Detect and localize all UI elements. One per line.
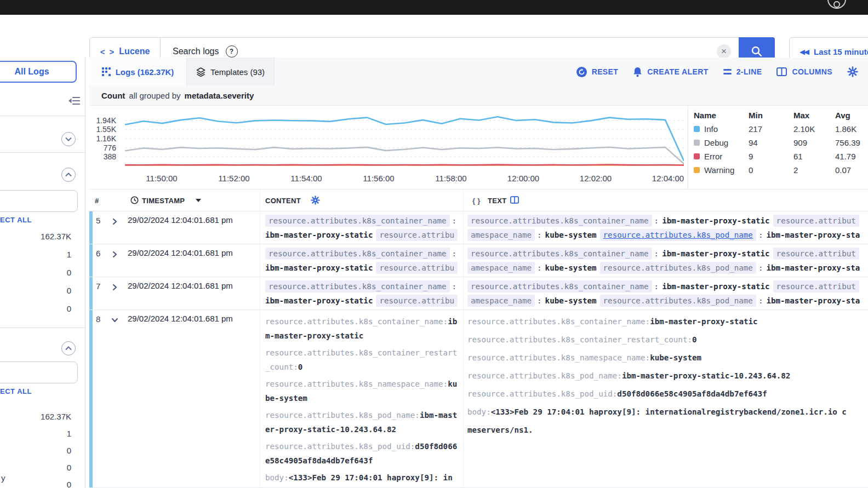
text-cell: resource.attributes.k8s_container_name:i… [467,280,868,308]
chart-y-axis: 1.94K1.55K1.16K776388 [91,110,121,170]
select-all-link[interactable]: ECT ALL [0,387,32,395]
columns-button[interactable]: COLUMNS [776,67,832,76]
field-value: ibm-master-proxy-static [662,216,769,225]
field-chip[interactable]: resource.attributes.k8s_pod_name [600,295,756,307]
create-alert-button[interactable]: CREATE ALERT [633,67,708,77]
kv-line: meservers/ns1. [467,423,868,438]
field-chip[interactable]: resource.attribu [376,295,458,307]
kv-line: resource.attributes.k8s_container_name:i… [265,314,460,343]
chart-legend: NameMinMaxAvgInfo2172.10K1.86KDebug94909… [694,108,868,177]
field-chip[interactable]: resource.attribu [376,229,458,241]
clear-search-button[interactable]: × [717,44,731,59]
section-expand-button[interactable] [61,132,76,146]
expand-row-chevron-icon[interactable] [111,217,118,227]
field-chip[interactable]: resource.attributes.k8s_pod_name [600,262,756,274]
sidebar-collapse-icon[interactable] [68,96,80,108]
section-collapse-button[interactable] [61,341,76,355]
field-chip[interactable]: resource.attributes.k8s_container_name [467,248,652,260]
collapse-row-chevron-icon[interactable] [111,316,118,326]
separator: : [654,216,659,225]
x-tick-label: 11:54:00 [279,174,334,183]
tab-templates[interactable]: Templates (93) [187,58,275,86]
help-icon[interactable]: ? [226,45,238,58]
kv-line: resource.attributes.k8s_container_name:i… [467,314,868,329]
legend-row[interactable]: Debug94909756.39 [694,136,868,150]
facet-count: 162.37K [0,408,71,425]
time-range-label: Last 15 minutes [814,47,868,56]
field-chip[interactable]: resource.attributes.k8s_container_name [467,280,652,292]
sort-desc-icon[interactable] [196,199,201,202]
field-chip[interactable]: resource.attributes.k8s_container_name [265,215,450,227]
field-chip[interactable]: resource.attribut [773,248,859,260]
field-chip[interactable]: resource.attribut [773,280,859,292]
facet-count: 0 [0,442,71,459]
field-chip-link[interactable]: resource.attributes.k8s_pod_name [600,229,756,241]
legend-value: 41.79 [835,152,868,161]
log-row[interactable]: 729/02/2024 12:04:01.681 pmresource.attr… [89,277,868,310]
field-chip[interactable]: amespace_name [467,262,535,274]
legend-swatch [694,167,700,173]
legend-row[interactable]: Error96141.79 [694,150,868,163]
legend-row[interactable]: Info2172.10K1.86K [694,122,868,136]
tab-logs-label: Logs (162.37K) [116,67,174,77]
facet-filter-input[interactable] [0,190,78,212]
select-all-link[interactable]: ECT ALL [0,216,32,224]
row-number: 8 [96,314,100,324]
kv-line: resource.attributes.k8s_container_restar… [265,346,460,374]
column-header-timestamp[interactable]: TIMESTAMP [142,197,185,205]
column-header-text[interactable]: TEXT [488,197,506,205]
text-cell: resource.attributes.k8s_container_name:i… [467,215,868,242]
all-logs-tab[interactable]: All Logs [0,61,77,83]
field-chip[interactable]: resource.attributes.k8s_container_name [265,248,450,260]
facet-count-list: 162.37K1000 [0,227,71,318]
reset-label: RESET [592,67,619,76]
sidebar-divider [85,58,85,488]
legend-value: 2.10K [793,124,835,134]
two-line-toggle[interactable]: 2-LINE [723,67,762,76]
field-chip[interactable]: resource.attribu [376,262,458,274]
field-chip[interactable]: amespace_name [467,229,535,241]
log-row[interactable]: 629/02/2024 12:04:01.681 pmresource.attr… [89,244,868,277]
facet-filter-input[interactable] [0,361,78,383]
field-chip[interactable]: amespace_name [467,295,535,307]
field-value: ibm-master-proxy-static [265,263,373,272]
separator: : [758,296,763,305]
all-logs-label: All Logs [14,67,49,77]
expand-row-chevron-icon[interactable] [111,250,118,260]
x-tick-label: 12:00:00 [496,174,551,183]
legend-value: 1.86K [835,124,868,134]
separator: : [452,282,457,291]
legend-row[interactable]: Warning020.07 [694,163,868,177]
gear-icon [847,66,858,77]
field-chip[interactable]: resource.attribut [773,215,859,227]
log-explorer-app: < > Lucene Search logs ? × ◀◀ Last 15 mi… [0,0,868,488]
separator: : [452,249,457,258]
settings-button[interactable] [847,66,858,77]
tabs-toolbar-row: Logs (162.37K) Templates (93) RESET [89,58,868,87]
top-navigation-bar [0,0,868,15]
field-chip[interactable]: resource.attributes.k8s_container_name [467,215,652,227]
log-row[interactable]: 529/02/2024 12:04:01.681 pmresource.attr… [89,211,868,244]
column-header-content[interactable]: CONTENT [265,197,301,205]
facet-count: 1 [0,425,71,442]
text-columns-icon[interactable] [510,196,519,205]
kv-line: resource.attributes.k8s_pod_name:ibm-mas… [265,408,460,437]
search-input[interactable]: Search logs [173,47,219,56]
log-row-expanded[interactable]: 829/02/2024 12:04:01.681 pmresource.attr… [89,310,868,488]
kv-line: resource.attributes.k8s_namespace_name:k… [265,377,460,405]
separator: : [758,231,763,239]
tab-logs[interactable]: Logs (162.37K) [89,58,187,86]
reset-button[interactable]: RESET [576,67,619,77]
field-value: ibm-master-proxy-static [265,296,373,305]
field-chip[interactable]: resource.attributes.k8s_container_name [265,280,450,292]
log-rows: 529/02/2024 12:04:01.681 pmresource.attr… [89,211,868,488]
legend-series-name: Info [704,124,718,134]
kv-line: resource.attributes.k8s_namespace_name:k… [467,351,868,365]
column-divider [463,189,464,488]
section-collapse-button[interactable] [61,168,76,182]
chart-plot[interactable] [125,110,684,166]
field-value: ibm-master-proxy-static [662,249,769,258]
content-settings-gear-icon[interactable] [311,196,320,206]
expand-row-chevron-icon[interactable] [111,283,118,293]
log-table-header: # TIMESTAMP CONTENT { } TEXT [89,189,868,211]
